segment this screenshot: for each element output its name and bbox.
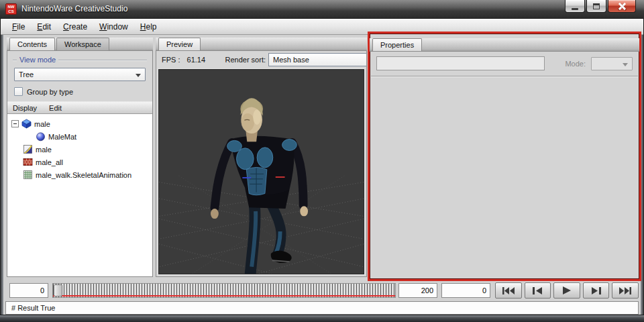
title-bar[interactable]: NW CS NintendoWare CreativeStudio (0, 0, 644, 19)
preview-3d-viewport[interactable] (158, 69, 364, 274)
window-frame-left (0, 35, 3, 315)
play-button[interactable] (553, 282, 580, 299)
view-mode-group: View mode (13, 55, 147, 64)
chevron-down-icon (623, 63, 628, 66)
tree-item-male-shader[interactable]: male (7, 143, 152, 156)
skip-start-button[interactable] (495, 282, 522, 299)
group-by-type-label: Group by type (27, 88, 73, 96)
tab-workspace[interactable]: Workspace (56, 38, 109, 50)
menu-create[interactable]: Create (57, 20, 93, 34)
timeline-bar (0, 280, 644, 301)
timeline-start-field[interactable] (9, 283, 48, 298)
timeline-range-indicator (53, 295, 395, 297)
menu-edit[interactable]: Edit (31, 20, 57, 34)
window-title: NintendoWare CreativeStudio (21, 4, 127, 13)
preview-panel: Preview FPS : 61.14 Render sort: Mesh ba… (156, 38, 367, 277)
tab-properties[interactable]: Properties (372, 38, 422, 51)
status-text: # Result True (11, 304, 55, 312)
menu-window[interactable]: Window (93, 20, 134, 34)
close-button[interactable] (608, 0, 636, 13)
chevron-down-icon (136, 74, 141, 77)
play-icon (562, 286, 572, 294)
step-back-button[interactable] (525, 282, 551, 299)
app-logo-line2: CS (6, 9, 16, 14)
skip-start-icon (502, 287, 515, 294)
fps-value: 61.14 (187, 56, 206, 64)
tree-item-malemat[interactable]: MaleMat (7, 130, 152, 143)
playback-controls (495, 282, 639, 299)
mode-select[interactable] (591, 57, 633, 70)
view-mode-label: View mode (17, 56, 58, 64)
properties-tabstrip: Properties (370, 38, 639, 52)
step-back-icon (531, 287, 543, 294)
timeline-end-field[interactable] (398, 283, 437, 298)
content-tree: male MaleMat (7, 114, 152, 276)
fps-label: FPS : (162, 56, 180, 64)
mode-label: Mode: (565, 60, 586, 68)
texture-brick-icon (23, 157, 33, 167)
maximize-icon (593, 3, 600, 9)
tab-contents[interactable]: Contents (9, 38, 55, 50)
collapse-icon[interactable] (11, 120, 19, 127)
properties-panel: Properties Mode: (368, 32, 641, 281)
window-frame-bottom (0, 315, 644, 322)
model-cube-icon (21, 119, 32, 129)
tree-toolbar: Display Edit (7, 101, 152, 114)
tree-item-male-walk-animation[interactable]: male_walk.SkeletalAnimation (7, 168, 152, 181)
properties-name-field[interactable] (376, 56, 545, 70)
app-logo-line1: NW (6, 5, 16, 9)
skip-end-button[interactable] (612, 282, 639, 299)
minimize-button[interactable] (565, 0, 585, 13)
tree-item-male-model[interactable]: male (7, 117, 152, 130)
tab-preview[interactable]: Preview (158, 38, 201, 50)
app-window: NW CS NintendoWare CreativeStudio File E… (0, 0, 644, 322)
render-sort-select[interactable]: Mesh base (268, 53, 366, 66)
preview-tabstrip: Preview (156, 38, 367, 51)
view-mode-value: Tree (19, 70, 34, 78)
toolbar-edit[interactable]: Edit (49, 104, 62, 112)
preview-toolbar: FPS : 61.14 Render sort: Mesh base (156, 51, 366, 68)
menu-help[interactable]: Help (134, 20, 163, 34)
close-icon (618, 2, 626, 10)
skip-end-icon (619, 287, 632, 294)
render-sort-value: Mesh base (273, 56, 309, 64)
toolbar-display[interactable]: Display (13, 104, 37, 112)
step-forward-icon (590, 287, 602, 294)
maximize-button[interactable] (586, 0, 606, 13)
app-logo-icon: NW CS (5, 3, 17, 15)
contents-tabstrip: Contents Workspace (7, 38, 153, 51)
view-mode-select[interactable]: Tree (14, 68, 146, 81)
group-by-type-checkbox[interactable] (14, 87, 23, 96)
window-controls (564, 0, 636, 13)
properties-empty-area (370, 77, 639, 279)
contents-panel: Contents Workspace View mode Tree Group … (7, 38, 153, 277)
shader-curve-icon (23, 144, 33, 154)
status-bar: # Result True (5, 301, 639, 315)
step-forward-button[interactable] (583, 282, 610, 299)
skeletal-animation-icon (23, 170, 33, 180)
material-sphere-icon (36, 131, 46, 142)
minimize-icon (572, 8, 578, 10)
tree-item-male-all[interactable]: male_all (7, 156, 152, 168)
viewport-scene (159, 70, 364, 274)
timeline-slider[interactable] (52, 283, 396, 298)
render-sort-label: Render sort: (225, 56, 268, 64)
timeline-slider-handle[interactable] (54, 284, 62, 297)
timeline-current-frame-field[interactable] (441, 283, 490, 298)
menu-file[interactable]: File (6, 20, 31, 34)
